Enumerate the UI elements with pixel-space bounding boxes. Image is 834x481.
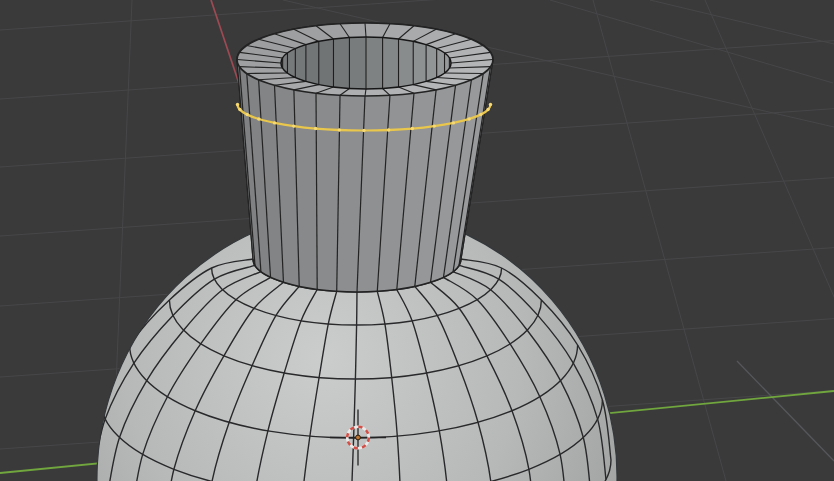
rim-spoke-edge xyxy=(247,73,288,74)
selected-vertex[interactable] xyxy=(489,103,492,106)
selected-vertex[interactable] xyxy=(338,128,341,131)
selected-vertex[interactable] xyxy=(238,108,241,111)
selected-vertex[interactable] xyxy=(486,108,489,111)
selected-vertex[interactable] xyxy=(362,129,365,132)
inner-wall-face xyxy=(366,37,383,89)
selected-vertex[interactable] xyxy=(273,121,276,124)
inner-wall-face xyxy=(399,37,414,89)
cursor-center-dot xyxy=(356,435,361,440)
selected-vertex[interactable] xyxy=(292,124,295,127)
selected-vertex[interactable] xyxy=(433,124,436,127)
inner-wall-face xyxy=(349,37,366,89)
selected-vertex[interactable] xyxy=(245,113,248,116)
inner-wall-face xyxy=(319,37,334,89)
selected-vertex[interactable] xyxy=(467,117,470,120)
selected-vertex[interactable] xyxy=(387,128,390,131)
selected-vertex[interactable] xyxy=(236,103,239,106)
mesh-neck-cylinder[interactable] xyxy=(236,23,493,292)
selected-vertex[interactable] xyxy=(452,121,455,124)
inner-wall-face xyxy=(306,37,319,89)
selected-vertex[interactable] xyxy=(411,127,414,130)
selected-vertex[interactable] xyxy=(314,127,317,130)
viewport-canvas[interactable] xyxy=(0,0,834,481)
selected-vertex[interactable] xyxy=(257,117,260,120)
blender-3d-viewport[interactable] xyxy=(0,0,834,481)
inner-wall-face xyxy=(333,37,349,89)
rim-spoke-edge xyxy=(445,73,484,74)
selected-vertex[interactable] xyxy=(479,113,482,116)
neck-face xyxy=(316,93,340,291)
inner-wall-face xyxy=(383,37,399,89)
